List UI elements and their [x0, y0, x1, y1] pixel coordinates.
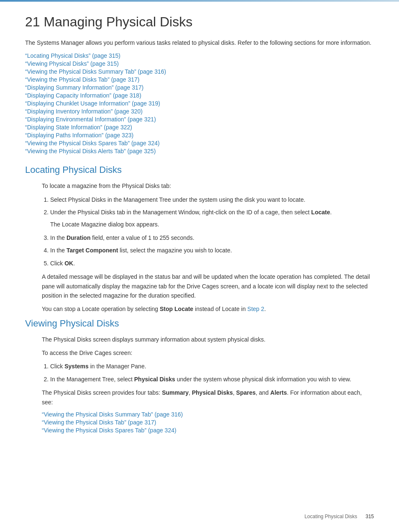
intro-paragraph: The Systems Manager allows you perform v…: [25, 38, 374, 47]
toc-item: “Locating Physical Disks” (page 315): [25, 52, 374, 59]
toc-item: “Displaying Paths Information” (page 323…: [25, 132, 374, 139]
toc-item: “Viewing Physical Disks” (page 315): [25, 60, 374, 67]
toc-link[interactable]: “Displaying Capacity Information” (page …: [25, 92, 141, 99]
footer-section-name: Locating Physical Disks: [304, 514, 357, 519]
toc-link[interactable]: “Displaying Chunklet Usage Information” …: [25, 100, 160, 107]
toc-item: “Displaying Environmental Information” (…: [25, 116, 374, 123]
toc-link[interactable]: “Displaying Summary Information” (page 3…: [25, 84, 143, 91]
sub-link-item: “Viewing the Physical Disks Summary Tab”…: [42, 411, 374, 418]
toc-list: “Locating Physical Disks” (page 315) “Vi…: [25, 52, 374, 154]
toc-item: “Displaying Summary Information” (page 3…: [25, 84, 374, 91]
tabs-description: The Physical Disks screen provides four …: [42, 388, 374, 407]
viewing-steps-list: Click Systems in the Manager Pane. In th…: [50, 362, 374, 384]
locate-detail-paragraph: A detailed message will be displayed in …: [42, 272, 374, 300]
toc-link[interactable]: “Viewing Physical Disks” (page 315): [25, 60, 119, 67]
toc-link[interactable]: “Viewing the Physical Disks Alerts Tab” …: [25, 148, 156, 154]
sub-link-item: “Viewing the Physical Disks Tab” (page 3…: [42, 419, 374, 426]
locating-step-2: Under the Physical Disks tab in the Mana…: [50, 208, 374, 229]
toc-item: “Viewing the Physical Disks Tab” (page 3…: [25, 76, 374, 83]
toc-item: “Displaying Inventory Information” (page…: [25, 108, 374, 115]
toc-link[interactable]: “Locating Physical Disks” (page 315): [25, 52, 120, 59]
step2-link[interactable]: Step 2: [247, 306, 264, 312]
toc-link[interactable]: “Displaying State Information” (page 322…: [25, 124, 132, 131]
viewing-section-title: Viewing Physical Disks: [25, 318, 374, 329]
viewing-step-2: In the Management Tree, select Physical …: [50, 375, 374, 384]
toc-link[interactable]: “Viewing the Physical Disks Tab” (page 3…: [25, 76, 139, 83]
sub-link-item: “Viewing the Physical Disks Spares Tab” …: [42, 427, 374, 434]
viewing-sub-links: “Viewing the Physical Disks Summary Tab”…: [42, 411, 374, 434]
locating-step-3: In the Duration field, enter a value of …: [50, 233, 374, 242]
chapter-number: 21: [25, 14, 40, 29]
footer-page-number: 315: [366, 514, 374, 519]
locating-section-title: Locating Physical Disks: [25, 164, 374, 175]
locating-intro: To locate a magazine from the Physical D…: [42, 181, 374, 190]
toc-link[interactable]: “Viewing the Physical Disks Summary Tab”…: [25, 68, 166, 75]
toc-link[interactable]: “Displaying Paths Information” (page 323…: [25, 132, 133, 139]
toc-item: “Viewing the Physical Disks Spares Tab” …: [25, 140, 374, 146]
toc-item: “Displaying Capacity Information” (page …: [25, 92, 374, 99]
viewing-para1: The Physical Disks screen displays summa…: [42, 335, 374, 344]
locating-step-5: Click OK.: [50, 259, 374, 268]
toc-link[interactable]: “Displaying Inventory Information” (page…: [25, 108, 143, 115]
toc-link[interactable]: “Displaying Environmental Information” (…: [25, 116, 156, 123]
locating-steps-list: Select Physical Disks in the Management …: [50, 195, 374, 268]
locate-dialog-note: The Locate Magazine dialog box appears.: [50, 220, 374, 229]
chapter-title-text: Managing Physical Disks: [43, 14, 192, 29]
page-content: 21 Managing Physical Disks The Systems M…: [0, 2, 399, 463]
sub-link[interactable]: “Viewing the Physical Disks Summary Tab”…: [42, 411, 183, 418]
viewing-para2: To access the Drive Cages screen:: [42, 348, 374, 357]
locating-step-4: In the Target Component list, select the…: [50, 246, 374, 255]
sub-link[interactable]: “Viewing the Physical Disks Spares Tab” …: [42, 427, 176, 434]
viewing-step-1: Click Systems in the Manager Pane.: [50, 362, 374, 371]
toc-link[interactable]: “Viewing the Physical Disks Spares Tab” …: [25, 140, 160, 146]
chapter-title: 21 Managing Physical Disks: [25, 14, 374, 30]
sub-link[interactable]: “Viewing the Physical Disks Tab” (page 3…: [42, 419, 156, 426]
toc-item: “Displaying State Information” (page 322…: [25, 124, 374, 131]
toc-item: “Viewing the Physical Disks Alerts Tab” …: [25, 148, 374, 154]
toc-item: “Displaying Chunklet Usage Information” …: [25, 100, 374, 107]
toc-item: “Viewing the Physical Disks Summary Tab”…: [25, 68, 374, 75]
stop-locate-text: You can stop a Locate operation by selec…: [42, 304, 374, 314]
locating-step-1: Select Physical Disks in the Management …: [50, 195, 374, 204]
page-footer: Locating Physical Disks 315: [304, 514, 374, 519]
